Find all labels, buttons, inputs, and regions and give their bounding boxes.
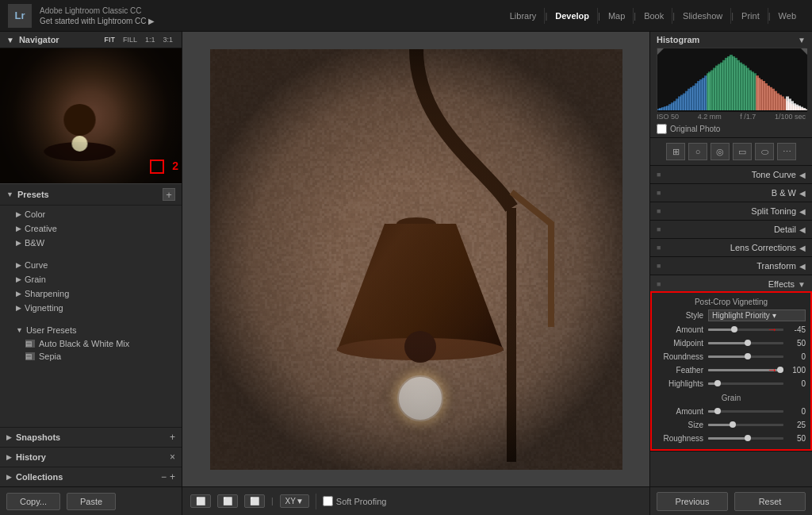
vignetting-roundness-slider[interactable] bbox=[708, 351, 783, 362]
grain-group-title: Grain bbox=[657, 394, 806, 402]
histogram-original-photo: Original Photo bbox=[657, 124, 806, 134]
collections-section: ▶ Collections − + bbox=[0, 467, 182, 486]
vignetting-roundness-value: 0 bbox=[783, 352, 806, 361]
original-photo-checkbox[interactable] bbox=[657, 124, 667, 134]
nav-web[interactable]: Web bbox=[771, 8, 804, 24]
nav-slideshow[interactable]: Slideshow bbox=[675, 8, 731, 24]
nav-fit[interactable]: FIT bbox=[102, 35, 117, 44]
vignetting-style-select[interactable]: Highlight Priority ▾ bbox=[708, 309, 806, 321]
bw-header[interactable]: ■ B & W ◀ bbox=[650, 184, 812, 202]
preset-bw[interactable]: ▶ B&W bbox=[0, 236, 182, 250]
preset-item-icon-2: ▤ bbox=[25, 352, 35, 360]
preset-item-icon: ▤ bbox=[25, 340, 35, 348]
grain-roughness-slider[interactable] bbox=[708, 432, 783, 444]
vignetting-feather-label: Feather bbox=[657, 366, 708, 375]
vignetting-amount-slider[interactable] bbox=[708, 324, 783, 335]
split-toning-header[interactable]: ■ Split Toning ◀ bbox=[650, 202, 812, 220]
nav-library[interactable]: Library bbox=[502, 8, 546, 24]
preset-sepia[interactable]: ▤ Sepia bbox=[0, 350, 182, 363]
grain-amount-value: 0 bbox=[783, 407, 806, 416]
photo-area bbox=[182, 32, 649, 486]
xy-button[interactable]: XY▼ bbox=[280, 494, 309, 508]
vignetting-feather-slider[interactable] bbox=[708, 364, 783, 375]
previous-button[interactable]: Previous bbox=[657, 492, 728, 511]
histogram-shutter: 1/100 sec bbox=[775, 113, 806, 121]
lr-logo-icon: Lr bbox=[8, 4, 32, 28]
dots-tool-button[interactable]: ⋯ bbox=[777, 143, 796, 160]
transform-header[interactable]: ■ Transform ◀ bbox=[650, 257, 812, 275]
grain-size-slider[interactable] bbox=[708, 419, 783, 430]
lens-corrections-header[interactable]: ■ Lens Corrections ◀ bbox=[650, 239, 812, 256]
vignetting-midpoint-slider[interactable] bbox=[708, 337, 783, 348]
nav-book[interactable]: Book bbox=[636, 8, 672, 24]
collections-minus-button[interactable]: − bbox=[161, 471, 167, 482]
circle-tool-button[interactable]: ○ bbox=[688, 143, 707, 160]
soft-proofing-control[interactable]: Soft Proofing bbox=[323, 496, 387, 506]
tool-buttons-row: ⊞ ○ ◎ ▭ ⬭ ⋯ bbox=[650, 138, 812, 166]
paste-button[interactable]: Paste bbox=[67, 493, 116, 510]
view-btn-2[interactable]: ⬜ bbox=[244, 494, 265, 508]
snapshots-header[interactable]: ▶ Snapshots + bbox=[0, 428, 182, 447]
grain-roughness-label: Roughness bbox=[657, 434, 708, 443]
preset-grain[interactable]: ▶ Grain bbox=[0, 272, 182, 286]
oval-tool-button[interactable]: ⬭ bbox=[755, 143, 774, 160]
navigator-header[interactable]: ▼ Navigator FIT FILL 1:1 3:1 bbox=[0, 32, 182, 48]
toolbar-separator bbox=[316, 494, 316, 509]
nav-1to1[interactable]: 1:1 bbox=[143, 35, 158, 44]
nav-3to1[interactable]: 3:1 bbox=[160, 35, 175, 44]
presets-title: Presets bbox=[17, 190, 163, 199]
collections-header[interactable]: ▶ Collections − + bbox=[0, 467, 182, 486]
collections-add-button[interactable]: + bbox=[170, 471, 175, 482]
xy-label: | bbox=[271, 497, 274, 505]
nav-map[interactable]: Map bbox=[600, 8, 634, 24]
crop-tool-button[interactable]: ⬜ bbox=[190, 494, 211, 508]
reset-button[interactable]: Reset bbox=[734, 492, 806, 511]
annotation-2-box bbox=[150, 159, 164, 174]
nav-print[interactable]: Print bbox=[733, 8, 768, 24]
history-close-button[interactable]: × bbox=[170, 452, 175, 463]
preset-curve[interactable]: ▶ Curve bbox=[0, 258, 182, 272]
grid-tool-button[interactable]: ⊞ bbox=[666, 143, 685, 160]
soft-proofing-checkbox[interactable] bbox=[323, 496, 333, 506]
detail-header[interactable]: ■ Detail ◀ bbox=[650, 221, 812, 238]
tone-curve-expand: ◀ bbox=[799, 171, 806, 179]
tone-curve-section: ■ Tone Curve ◀ bbox=[650, 166, 812, 184]
preset-vignetting[interactable]: ▶ Vignetting bbox=[0, 301, 182, 315]
tone-curve-header[interactable]: ■ Tone Curve ◀ bbox=[650, 166, 812, 183]
effects-title: Effects bbox=[664, 279, 795, 289]
preset-color[interactable]: ▶ Color bbox=[0, 207, 182, 221]
split-toning-section: ■ Split Toning ◀ bbox=[650, 202, 812, 221]
preset-creative[interactable]: ▶ Creative bbox=[0, 221, 182, 236]
presets-add-button[interactable]: + bbox=[163, 188, 175, 201]
effects-header[interactable]: ■ Effects ▼ bbox=[650, 275, 812, 293]
bw-toggle: ■ bbox=[657, 189, 661, 197]
rect-tool-button[interactable]: ▭ bbox=[733, 143, 752, 160]
vignetting-amount-row: Amount -45 → bbox=[657, 324, 806, 335]
detail-expand: ◀ bbox=[799, 225, 806, 234]
vignetting-highlights-slider[interactable] bbox=[708, 378, 783, 389]
center-panel: ⬜ ⬜ ⬜ | XY▼ Soft Proofing bbox=[182, 32, 649, 515]
history-header[interactable]: ▶ History × bbox=[0, 448, 182, 467]
nav-fill[interactable]: FILL bbox=[121, 35, 140, 44]
grain-roughness-value: 50 bbox=[783, 434, 806, 443]
histogram-section: Histogram ▼ ISO 50 4.2 mm f /1.7 1/100 s… bbox=[650, 32, 812, 138]
histogram-dropdown-icon[interactable]: ▼ bbox=[798, 36, 806, 44]
vignetting-feather-value: 100 bbox=[783, 366, 806, 375]
presets-header[interactable]: ▼ Presets + bbox=[0, 183, 182, 206]
nav-develop[interactable]: Develop bbox=[547, 8, 598, 24]
grain-amount-slider[interactable] bbox=[708, 405, 783, 417]
snapshots-add-button[interactable]: + bbox=[170, 432, 175, 443]
presets-secondary: ▶ Curve ▶ Grain ▶ Sharpening ▶ Vignettin… bbox=[0, 256, 182, 317]
left-panel-bottom-bar: Copy... Paste bbox=[0, 486, 182, 515]
vignetting-feather-row: Feather 100 → bbox=[657, 364, 806, 375]
target-tool-button[interactable]: ◎ bbox=[710, 143, 730, 160]
user-presets-header[interactable]: ▼ User Presets bbox=[0, 323, 182, 337]
left-panel: ▼ Navigator FIT FILL 1:1 3:1 2 ▼ Presets… bbox=[0, 32, 182, 515]
histogram-iso: ISO 50 bbox=[657, 113, 679, 121]
preset-sharpening[interactable]: ▶ Sharpening bbox=[0, 286, 182, 301]
topbar: Lr Adobe Lightroom Classic CC Get starte… bbox=[0, 0, 812, 32]
detail-toggle: ■ bbox=[657, 225, 661, 233]
preset-auto-bw[interactable]: ▤ Auto Black & White Mix bbox=[0, 337, 182, 350]
copy-button[interactable]: Copy... bbox=[6, 493, 60, 510]
view-btn-1[interactable]: ⬜ bbox=[217, 494, 238, 508]
